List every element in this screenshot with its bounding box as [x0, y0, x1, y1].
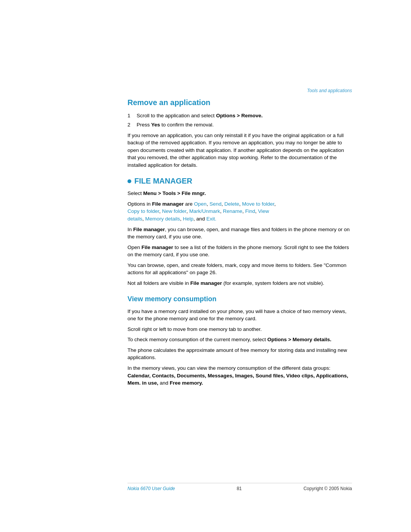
vm-para5-end-bold: Free memory. [170, 380, 203, 386]
options-links: Open [194, 201, 207, 207]
menu-line: Select Menu > Tools > File mngr. [127, 190, 352, 197]
step-2-text: Press Yes to confirm the removal. [137, 121, 214, 129]
options-help: Help [183, 216, 194, 222]
remove-para1: If you remove an application, you can on… [127, 132, 352, 169]
file-manager-section: FILE MANAGER Select Menu > Tools > File … [127, 176, 352, 287]
vm-para2: Scroll right or left to move from one me… [127, 326, 352, 333]
step-2-bold: Yes [151, 122, 160, 128]
vm-para4: The phone calculates the approximate amo… [127, 347, 352, 361]
view-memory-section: View memory consumption If you have a me… [127, 294, 352, 387]
vm-para5-bold: Calendar, Contacts, Documents, Messages,… [127, 373, 348, 386]
options-new-folder: New folder [162, 208, 186, 214]
vm-para3: To check memory consumption of the curre… [127, 336, 352, 343]
content-area: Tools and applications Remove an applica… [127, 88, 352, 390]
remove-step-1: 1 Scroll to the application and select O… [127, 112, 352, 120]
bullet-dot [127, 179, 131, 183]
fm-para4-bold: File manager [190, 280, 222, 286]
options-app-bold: File manager [152, 201, 184, 207]
fm-para2-bold: File manager [142, 244, 173, 250]
options-mark: Mark/Unmark [189, 208, 220, 214]
vm-para3-bold: Options > Memory details. [267, 337, 331, 342]
remove-title: Remove an application [127, 97, 352, 108]
options-send: Send [209, 201, 221, 207]
menu-line-bold: Menu > Tools > File mngr. [143, 190, 206, 196]
options-move: Move to folder [242, 201, 274, 207]
footer-left: Nokia 6670 User Guide [127, 486, 175, 492]
options-copy: Copy to folder [127, 208, 159, 214]
options-find: Find [245, 208, 255, 214]
fm-para2: Open File manager to see a list of the f… [127, 244, 352, 259]
options-exit: Exit. [206, 216, 216, 222]
options-rename: Rename [223, 208, 242, 214]
remove-section: Remove an application 1 Scroll to the ap… [127, 97, 352, 169]
remove-step-2: 2 Press Yes to confirm the removal. [127, 121, 352, 129]
footer-page-number: 81 [237, 486, 242, 492]
vm-para1: If you have a memory card installed on y… [127, 308, 352, 323]
step-1-text: Scroll to the application and select Opt… [137, 112, 263, 120]
fm-para3: You can browse, open, and create folders… [127, 262, 352, 276]
step-number-1: 1 [127, 112, 134, 120]
view-memory-title: View memory consumption [127, 294, 352, 304]
category-label: Tools and applications [127, 88, 352, 94]
step-number-2: 2 [127, 121, 134, 129]
footer: Nokia 6670 User Guide 81 Copyright © 200… [127, 483, 352, 492]
file-manager-title-container: FILE MANAGER [127, 176, 352, 187]
vm-para5: In the memory views, you can view the me… [127, 364, 352, 387]
options-para: Options in File manager are Open, Send, … [127, 200, 352, 223]
fm-para1-bold: File manager [133, 227, 165, 232]
fm-para1: In File manager, you can browse, open, a… [127, 226, 352, 241]
options-memory-details: Memory details [145, 216, 180, 222]
options-delete: Delete [224, 201, 239, 207]
remove-steps: 1 Scroll to the application and select O… [127, 112, 352, 128]
page: Tools and applications Remove an applica… [0, 0, 411, 532]
fm-para4: Not all folders are visible in File mana… [127, 280, 352, 287]
footer-right: Copyright © 2005 Nokia [303, 486, 352, 492]
step-1-bold: Options > Remove. [216, 113, 263, 118]
file-manager-title: FILE MANAGER [134, 176, 192, 187]
